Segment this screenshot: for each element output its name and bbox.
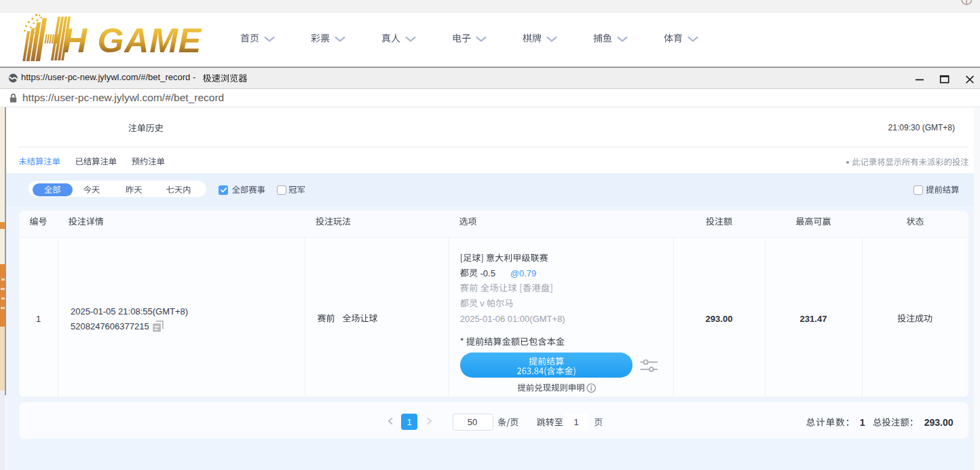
svg-text:H GAME: H GAME xyxy=(62,22,202,60)
